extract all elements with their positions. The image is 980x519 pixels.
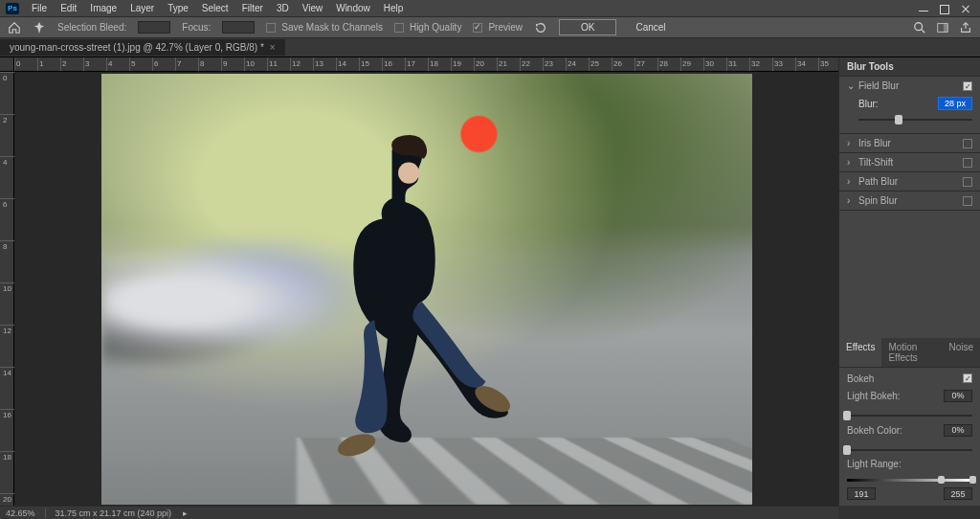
- menu-view[interactable]: View: [296, 1, 330, 15]
- blur-tilt-shift-row[interactable]: Tilt-Shift: [839, 153, 980, 171]
- light-range-low-input[interactable]: 191: [847, 487, 876, 500]
- ruler-origin[interactable]: [0, 57, 14, 72]
- chevron-right-icon[interactable]: ▸: [183, 508, 188, 518]
- pin-icon[interactable]: [33, 21, 46, 34]
- search-icon[interactable]: [913, 21, 926, 34]
- status-doc-size[interactable]: 31.75 cm x 21.17 cm (240 ppi): [56, 508, 172, 518]
- tab-motion-effects[interactable]: Motion Effects: [881, 338, 942, 367]
- blur-path-blur-toggle[interactable]: [963, 177, 972, 187]
- bokeh-color-input[interactable]: 0%: [944, 424, 972, 437]
- chevron-down-icon: [847, 80, 855, 91]
- tab-noise[interactable]: Noise: [942, 338, 980, 367]
- blur-tools-header: Blur Tools: [839, 57, 980, 77]
- share-icon[interactable]: [959, 21, 972, 34]
- document-tab-title: young-man-cross-street (1).jpg @ 42.7% (…: [10, 42, 264, 53]
- svg-line-1: [922, 29, 925, 33]
- slider-thumb[interactable]: [843, 445, 851, 455]
- canvas-viewport[interactable]: [14, 72, 838, 506]
- selection-bleed-field[interactable]: [138, 21, 170, 34]
- high-quality-option[interactable]: High Quality: [394, 22, 461, 33]
- save-mask-checkbox[interactable]: [266, 23, 276, 33]
- blur-field-blur: Field Blur Blur: 28 px: [839, 77, 980, 134]
- blur-amount-label: Blur:: [858, 99, 879, 109]
- chevron-right-icon: [847, 138, 855, 148]
- blur-path-blur-label: Path Blur: [858, 176, 898, 187]
- chevron-right-icon: [847, 195, 855, 206]
- document-tab[interactable]: young-man-cross-street (1).jpg @ 42.7% (…: [0, 39, 285, 56]
- app-logo: Ps: [6, 3, 19, 14]
- light-bokeh-input[interactable]: 0%: [944, 390, 972, 402]
- svg-point-0: [915, 22, 923, 30]
- chevron-right-icon: [847, 157, 855, 168]
- divider: [45, 508, 46, 518]
- home-icon[interactable]: [8, 21, 21, 34]
- menu-filter[interactable]: Filter: [235, 1, 270, 15]
- high-quality-label: High Quality: [410, 22, 461, 33]
- light-bokeh-label: Light Bokeh:: [847, 391, 901, 401]
- light-bokeh-slider[interactable]: [847, 410, 972, 418]
- blur-spin-blur-row[interactable]: Spin Blur: [839, 192, 980, 210]
- svg-point-6: [398, 162, 419, 183]
- workspace-switcher-icon[interactable]: [936, 21, 949, 34]
- status-bar: 42.65% 31.75 cm x 21.17 cm (240 ppi) ▸: [0, 506, 838, 519]
- svg-point-4: [335, 429, 378, 460]
- menu-type[interactable]: Type: [161, 1, 195, 15]
- blur-iris-blur-label: Iris Blur: [858, 138, 891, 148]
- blur-field-blur-toggle[interactable]: [963, 81, 972, 91]
- ok-button[interactable]: OK: [559, 19, 616, 35]
- menu-help[interactable]: Help: [377, 1, 411, 15]
- menu-layer[interactable]: Layer: [123, 1, 161, 15]
- menu-edit[interactable]: Edit: [54, 1, 83, 15]
- slider-thumb[interactable]: [895, 115, 902, 124]
- high-quality-checkbox[interactable]: [394, 23, 404, 33]
- blur-tilt-shift-label: Tilt-Shift: [858, 157, 893, 168]
- menu-file[interactable]: File: [25, 1, 54, 15]
- canvas-area: 0123456789101112131415161718192021222324…: [0, 57, 838, 506]
- blur-spin-blur-toggle[interactable]: [963, 196, 972, 206]
- menu-window[interactable]: Window: [329, 1, 377, 15]
- range-thumb-low[interactable]: [938, 476, 945, 484]
- maximize-icon[interactable]: [940, 4, 949, 13]
- focus-field[interactable]: [222, 21, 255, 34]
- blur-field-blur-row[interactable]: Field Blur: [839, 77, 980, 95]
- preview-checkbox[interactable]: [473, 23, 482, 33]
- reset-icon[interactable]: [534, 21, 547, 34]
- status-zoom[interactable]: 42.65%: [6, 508, 35, 518]
- options-bar: Selection Bleed: Focus: Save Mask to Cha…: [0, 17, 980, 38]
- document-image: [101, 74, 752, 505]
- svg-rect-3: [944, 23, 947, 32]
- horizontal-ruler[interactable]: 0123456789101112131415161718192021222324…: [0, 57, 838, 72]
- menu-select[interactable]: Select: [195, 1, 235, 15]
- light-range-slider[interactable]: [847, 475, 972, 483]
- light-range-label: Light Range:: [847, 459, 902, 469]
- blur-tilt-shift-toggle[interactable]: [963, 158, 972, 168]
- blur-field-blur-label: Field Blur: [858, 80, 899, 91]
- preview-label: Preview: [488, 22, 523, 33]
- bokeh-color-slider[interactable]: [847, 444, 972, 453]
- blur-amount-slider[interactable]: [858, 114, 972, 125]
- selection-bleed-label: Selection Bleed:: [57, 22, 126, 33]
- blur-amount-input[interactable]: 28 px: [938, 97, 972, 110]
- slider-thumb[interactable]: [843, 411, 851, 420]
- save-mask-option[interactable]: Save Mask to Channels: [266, 22, 383, 33]
- tab-effects[interactable]: Effects: [839, 338, 881, 367]
- menu-image[interactable]: Image: [83, 1, 123, 15]
- blur-iris-blur-toggle[interactable]: [963, 139, 972, 148]
- cancel-button[interactable]: Cancel: [628, 20, 673, 34]
- blur-path-blur-row[interactable]: Path Blur: [839, 172, 980, 191]
- bokeh-label: Bokeh: [847, 373, 874, 384]
- light-range-high-input[interactable]: 255: [944, 487, 972, 500]
- bokeh-toggle[interactable]: [963, 373, 972, 383]
- blur-iris-blur-row[interactable]: Iris Blur: [839, 134, 980, 152]
- preview-option[interactable]: Preview: [473, 22, 523, 33]
- range-thumb-high[interactable]: [969, 476, 976, 484]
- close-icon[interactable]: [961, 4, 970, 13]
- menu-3d[interactable]: 3D: [270, 1, 296, 15]
- effects-body: Bokeh Light Bokeh: 0% Bokeh Color: 0% Li…: [839, 368, 980, 507]
- minimize-icon[interactable]: [919, 4, 928, 13]
- chevron-right-icon: [847, 176, 855, 187]
- document-tab-close-icon[interactable]: ×: [270, 42, 276, 53]
- subject-person: [244, 134, 544, 487]
- vertical-ruler[interactable]: 02468101214161820: [0, 72, 14, 506]
- blur-spin-blur-label: Spin Blur: [858, 195, 898, 206]
